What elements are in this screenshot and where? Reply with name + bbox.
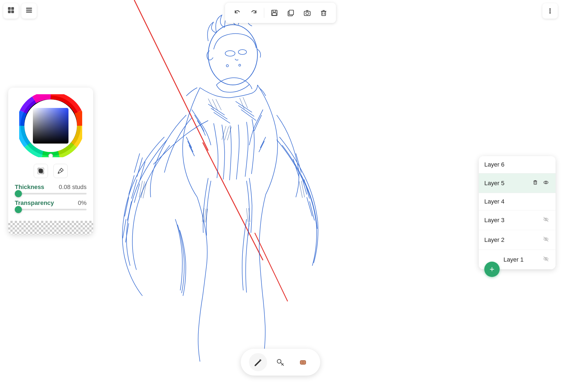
- list-icon-button[interactable]: [21, 3, 37, 19]
- redo-button[interactable]: [247, 5, 261, 20]
- svg-rect-18: [273, 13, 276, 15]
- layer3-actions: [542, 215, 550, 225]
- svg-rect-10: [11, 7, 14, 10]
- svg-point-32: [48, 154, 53, 157]
- layer5-name: Layer 5: [484, 180, 531, 187]
- layer-item-layer3[interactable]: Layer 3: [479, 210, 556, 230]
- undo-button[interactable]: [230, 5, 245, 20]
- transparency-track[interactable]: [15, 209, 87, 210]
- grid-icon-button[interactable]: [3, 3, 19, 19]
- layer-item-layer1[interactable]: Layer 1 +: [479, 250, 556, 269]
- top-toolbar: [225, 3, 336, 23]
- transparency-row: Transparency 0%: [15, 199, 87, 207]
- svg-rect-15: [26, 12, 32, 13]
- layer2-actions: [542, 235, 550, 245]
- sliders-section: Thickness 0.08 studs Transparency 0%: [15, 184, 87, 221]
- grid-icon: [7, 6, 15, 16]
- svg-point-27: [549, 10, 551, 12]
- delete-button[interactable]: [316, 5, 331, 20]
- panel-checker: [8, 221, 93, 234]
- pen-tool-button[interactable]: [249, 353, 267, 371]
- top-right-menu: [542, 3, 558, 19]
- save-button[interactable]: [267, 5, 282, 20]
- svg-point-46: [545, 182, 547, 183]
- color-wheel-container[interactable]: [15, 94, 87, 157]
- thickness-track[interactable]: [15, 193, 87, 194]
- svg-rect-12: [11, 10, 14, 13]
- more-options-button[interactable]: [542, 3, 558, 19]
- svg-rect-20: [289, 10, 294, 15]
- layer2-visibility-button[interactable]: [542, 235, 550, 245]
- svg-rect-13: [26, 8, 32, 9]
- color-wheel-svg[interactable]: [19, 94, 82, 157]
- svg-rect-14: [26, 10, 32, 11]
- svg-rect-37: [39, 169, 43, 173]
- layers-panel: Layer 6 Layer 5 Layer 4: [479, 156, 556, 269]
- copy-button[interactable]: [284, 5, 298, 20]
- eraser-tool-button[interactable]: [294, 353, 312, 371]
- color-tools: [15, 164, 87, 178]
- eyedropper-button[interactable]: [53, 164, 68, 178]
- layer2-name: Layer 2: [484, 236, 542, 244]
- layer5-actions: [531, 178, 550, 188]
- svg-point-26: [549, 8, 551, 10]
- svg-rect-42: [534, 181, 537, 184]
- layer5-visibility-button[interactable]: [542, 178, 550, 188]
- color-sample-button[interactable]: [34, 164, 48, 178]
- transparency-thumb[interactable]: [15, 206, 22, 213]
- add-layer-button[interactable]: +: [484, 262, 500, 277]
- layer1-visibility-button[interactable]: [542, 255, 550, 264]
- layer3-name: Layer 3: [484, 217, 542, 224]
- svg-point-22: [306, 12, 309, 15]
- color-panel: Thickness 0.08 studs Transparency 0%: [8, 88, 93, 234]
- layer-item-layer2[interactable]: Layer 2: [479, 230, 556, 250]
- layer-item-layer5[interactable]: Layer 5: [479, 173, 556, 193]
- thickness-row: Thickness 0.08 studs: [15, 184, 87, 191]
- layer5-delete-button[interactable]: [531, 179, 539, 188]
- key-tool-button[interactable]: [271, 353, 290, 371]
- svg-point-38: [58, 172, 59, 173]
- thickness-label: Thickness: [15, 184, 44, 191]
- list-icon: [25, 6, 33, 16]
- svg-rect-11: [8, 10, 11, 13]
- layer3-visibility-button[interactable]: [542, 215, 550, 225]
- transparency-value: 0%: [78, 199, 87, 207]
- transparency-label: Transparency: [15, 199, 54, 207]
- layer4-name: Layer 4: [484, 198, 550, 205]
- bottom-toolbar: [241, 349, 320, 376]
- svg-point-28: [549, 12, 551, 14]
- layer-item-layer4[interactable]: Layer 4: [479, 193, 556, 210]
- svg-rect-9: [8, 7, 11, 10]
- thickness-value: 0.08 studs: [59, 184, 87, 191]
- camera-button[interactable]: [300, 5, 315, 20]
- svg-rect-23: [322, 12, 326, 16]
- layer1-actions: [542, 255, 550, 264]
- layer-item-layer6[interactable]: Layer 6: [479, 156, 556, 173]
- system-icons: [3, 3, 37, 19]
- layer6-name: Layer 6: [484, 161, 550, 168]
- thickness-thumb[interactable]: [15, 190, 22, 197]
- toolbar-separator-1: [264, 8, 264, 18]
